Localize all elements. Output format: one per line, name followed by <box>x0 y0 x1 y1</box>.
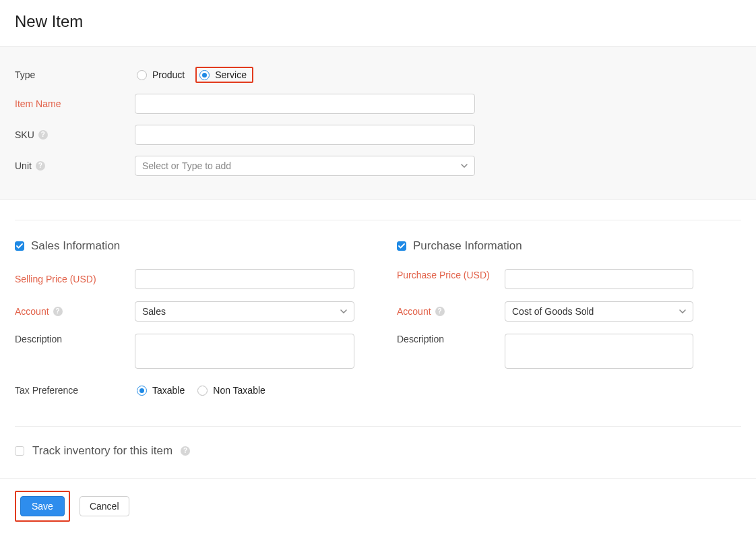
tax-radio-group: Taxable Non Taxable <box>135 383 270 398</box>
sales-account-row: Account ? Sales <box>15 301 359 322</box>
item-name-label: Item Name <box>15 98 135 109</box>
purchase-description-input[interactable] <box>505 334 693 369</box>
help-icon[interactable]: ? <box>38 130 48 140</box>
track-inventory-checkbox[interactable] <box>15 446 24 456</box>
tax-preference-label: Tax Preference <box>15 385 135 396</box>
unit-select[interactable]: Select or Type to add <box>135 156 475 176</box>
sales-description-input[interactable] <box>135 334 354 369</box>
purchase-checkbox[interactable] <box>397 241 406 251</box>
chevron-down-icon <box>461 164 468 168</box>
purchase-price-label: Purchase Price (USD) <box>397 269 505 282</box>
sales-account-select[interactable]: Sales <box>135 301 354 322</box>
tax-non-taxable-label: Non Taxable <box>213 385 265 396</box>
type-radio-product[interactable]: Product <box>135 67 189 82</box>
selling-price-row: Selling Price (USD) <box>15 269 359 289</box>
basic-info-section: Type Product Service Item Name SKU ? <box>0 46 756 200</box>
selling-price-input[interactable] <box>135 269 354 289</box>
tax-radio-non-taxable[interactable]: Non Taxable <box>195 383 270 398</box>
radio-icon <box>137 386 147 396</box>
chevron-down-icon <box>340 309 347 313</box>
sales-account-label: Account ? <box>15 306 135 317</box>
purchase-account-value: Cost of Goods Sold <box>512 306 594 317</box>
selling-price-label: Selling Price (USD) <box>15 274 135 284</box>
help-icon[interactable]: ? <box>181 446 190 456</box>
type-row: Type Product Service <box>15 67 741 83</box>
help-icon[interactable]: ? <box>435 307 445 316</box>
track-inventory-label: Track inventory for this item <box>32 444 172 458</box>
purchase-column: Purchase Information Purchase Price (USD… <box>397 239 741 410</box>
type-radio-service-label: Service <box>215 69 247 80</box>
item-name-row: Item Name <box>15 94 741 114</box>
sales-account-value: Sales <box>142 306 166 317</box>
purchase-account-label-text: Account <box>397 306 431 317</box>
sales-checkbox[interactable] <box>15 241 24 251</box>
divider <box>15 426 741 427</box>
item-name-input[interactable] <box>135 94 475 114</box>
radio-icon <box>199 70 210 80</box>
sku-label: SKU ? <box>15 129 135 140</box>
sales-head: Sales Information <box>15 239 359 253</box>
sku-label-text: SKU <box>15 129 34 140</box>
radio-icon <box>197 386 208 396</box>
page-header: New Item <box>0 0 756 46</box>
type-radio-group: Product Service <box>135 67 253 83</box>
unit-placeholder: Select or Type to add <box>142 160 231 171</box>
page-title: New Item <box>15 12 741 31</box>
type-radio-service[interactable]: Service <box>195 67 253 83</box>
track-inventory-row: Track inventory for this item ? <box>15 444 741 458</box>
purchase-heading: Purchase Information <box>413 239 522 253</box>
unit-row: Unit ? Select or Type to add <box>15 156 741 176</box>
help-icon[interactable]: ? <box>36 161 45 171</box>
purchase-head: Purchase Information <box>397 239 741 253</box>
purchase-account-row: Account ? Cost of Goods Sold <box>397 301 741 322</box>
type-label: Type <box>15 69 135 80</box>
sku-row: SKU ? <box>15 125 741 145</box>
purchase-price-input[interactable] <box>505 269 693 289</box>
save-highlight: Save <box>15 491 70 522</box>
radio-icon <box>137 70 147 80</box>
purchase-account-select[interactable]: Cost of Goods Sold <box>505 301 693 322</box>
purchase-description-row: Description <box>397 334 741 371</box>
cancel-button[interactable]: Cancel <box>80 496 129 516</box>
tax-taxable-label: Taxable <box>152 385 185 396</box>
purchase-description-label: Description <box>397 334 505 344</box>
tax-radio-taxable[interactable]: Taxable <box>135 383 189 398</box>
sku-input[interactable] <box>135 125 475 145</box>
unit-label-text: Unit <box>15 160 32 171</box>
tax-preference-row: Tax Preference Taxable Non Taxable <box>15 383 359 398</box>
sales-column: Sales Information Selling Price (USD) Ac… <box>15 239 359 410</box>
purchase-price-row: Purchase Price (USD) <box>397 269 741 289</box>
unit-label: Unit ? <box>15 160 135 171</box>
sales-purchase-columns: Sales Information Selling Price (USD) Ac… <box>15 239 741 410</box>
purchase-account-label: Account ? <box>397 306 505 317</box>
details-section: Sales Information Selling Price (USD) Ac… <box>0 200 756 458</box>
save-button[interactable]: Save <box>20 496 65 516</box>
sales-account-label-text: Account <box>15 306 49 317</box>
divider <box>15 220 741 220</box>
sales-description-row: Description <box>15 334 359 371</box>
chevron-down-icon <box>679 309 686 313</box>
sales-heading: Sales Information <box>31 239 120 253</box>
type-radio-product-label: Product <box>152 69 185 80</box>
sales-description-label: Description <box>15 334 135 344</box>
form-footer: Save Cancel <box>0 478 756 537</box>
help-icon[interactable]: ? <box>53 307 63 316</box>
